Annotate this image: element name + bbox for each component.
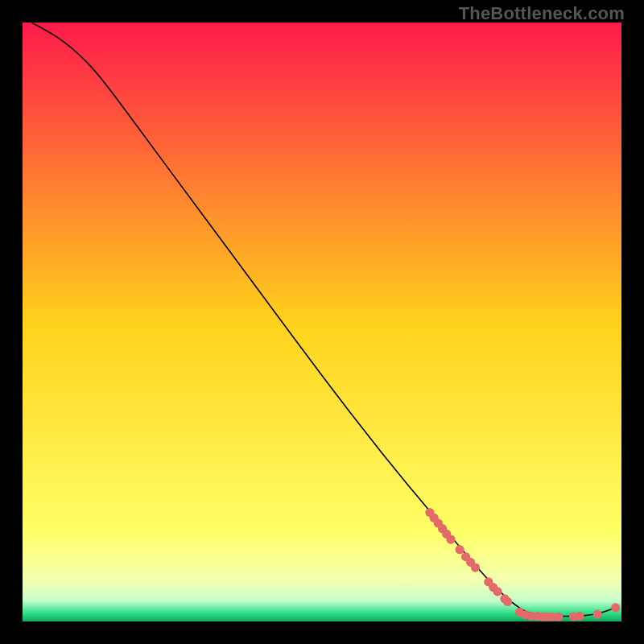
plot-area bbox=[23, 23, 621, 621]
data-marker bbox=[503, 597, 512, 606]
data-marker bbox=[471, 563, 480, 572]
data-marker bbox=[611, 603, 620, 612]
watermark-label: TheBottleneck.com bbox=[459, 3, 625, 24]
data-marker bbox=[446, 535, 455, 543]
chart-stage: TheBottleneck.com bbox=[0, 0, 644, 644]
data-marker bbox=[575, 612, 584, 621]
data-marker bbox=[456, 545, 464, 554]
data-marker bbox=[554, 613, 563, 621]
heat-gradient-background bbox=[23, 23, 621, 621]
data-marker bbox=[493, 587, 502, 596]
chart-svg bbox=[23, 23, 621, 621]
data-marker bbox=[593, 609, 602, 618]
